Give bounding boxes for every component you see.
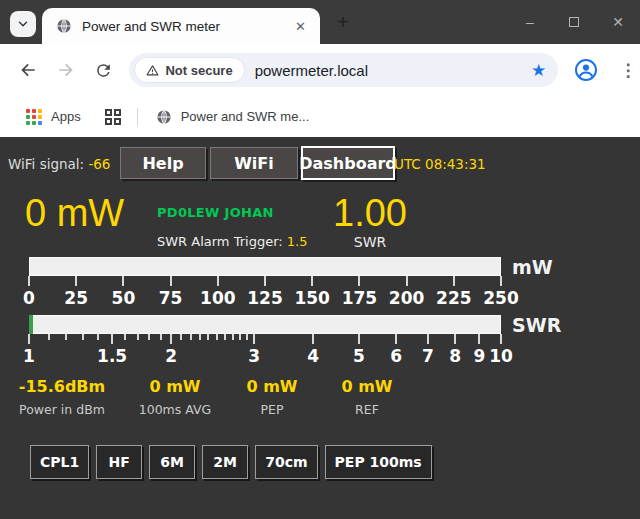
meter-scale-label: 75 <box>159 288 183 308</box>
meter-tick <box>48 334 50 340</box>
swr-value-display: 1.00 <box>330 194 410 232</box>
bookmark-star-icon[interactable]: ★ <box>531 62 546 79</box>
band-button-6m[interactable]: 6M <box>149 445 195 479</box>
meter-scale-label: 9 <box>473 346 485 366</box>
band-button-2m[interactable]: 2M <box>202 445 248 479</box>
squares-grid-icon[interactable] <box>105 109 121 125</box>
meter-tick <box>253 334 255 344</box>
browser-menu-button[interactable]: ⋮ <box>616 60 640 81</box>
address-bar[interactable]: Not secure powermeter.local ★ <box>129 53 558 87</box>
meter-tick <box>427 334 429 344</box>
band-button-cpl1[interactable]: CPL1 <box>30 445 89 479</box>
band-button-70cm[interactable]: 70cm <box>255 445 317 479</box>
meter-scale-label: 150 <box>294 288 330 308</box>
minimize-button[interactable]: – <box>508 0 552 44</box>
bookmarks-bar: Apps Power and SWR me... <box>0 96 640 137</box>
readout-label: REF <box>307 402 427 417</box>
maximize-icon <box>569 17 579 27</box>
profile-button[interactable] <box>574 58 598 82</box>
warning-triangle-icon <box>146 64 159 77</box>
utc-clock: UTC 08:43:31 <box>394 156 486 172</box>
power-meter: 0255075100125150175200225250 <box>29 257 501 308</box>
tab-close-icon[interactable]: ✕ <box>291 17 310 36</box>
page-content: WiFi signal: -66 Help WiFi Dashboard UTC… <box>0 137 640 519</box>
browser-tab[interactable]: Power and SWR meter ✕ <box>42 8 320 44</box>
globe-favicon-icon <box>56 18 72 34</box>
meter-scale-label: 25 <box>64 288 88 308</box>
swr-meter-fill <box>29 315 33 334</box>
meter-scale-label: 8 <box>449 346 461 366</box>
meter-scale-label: 50 <box>112 288 136 308</box>
bookmarks-divider <box>137 108 138 126</box>
bookmark-item[interactable]: Power and SWR me... <box>181 109 310 124</box>
meter-scale-label: 250 <box>483 288 519 308</box>
meter-tick <box>190 334 192 340</box>
meter-tick <box>478 334 480 344</box>
swr-alarm-value: 1.5 <box>287 234 308 249</box>
forward-button[interactable] <box>54 58 78 82</box>
help-button[interactable]: Help <box>120 147 206 179</box>
reload-button[interactable] <box>92 58 116 82</box>
chevron-down-icon <box>16 17 30 31</box>
meter-tick <box>453 276 455 286</box>
meter-scale-label: 10 <box>489 346 513 366</box>
meter-tick <box>239 334 241 340</box>
swr-meter-ticks <box>29 334 501 345</box>
bookmark-globe-icon <box>156 109 172 125</box>
security-chip-label: Not secure <box>165 63 232 78</box>
profile-icon <box>574 58 598 82</box>
new-tab-button[interactable]: + <box>330 10 356 36</box>
meter-scale-label: 225 <box>436 288 472 308</box>
browser-window: Power and SWR meter ✕ + – ✕ Not secure p… <box>0 0 640 519</box>
meter-tick <box>199 334 201 340</box>
maximize-button[interactable] <box>552 0 596 44</box>
band-button-hf[interactable]: HF <box>96 445 142 479</box>
dashboard-button[interactable]: Dashboard <box>301 146 395 180</box>
url-text[interactable]: powermeter.local <box>255 62 531 79</box>
meter-tick <box>216 334 218 340</box>
power-value-display: 0 mW <box>25 194 124 232</box>
meter-tick <box>97 334 99 340</box>
meter-tick <box>207 334 209 340</box>
swr-meter-scale: 11.52345678910 <box>29 346 501 366</box>
meter-scale-label: 3 <box>248 346 260 366</box>
swr-meter-bar <box>29 315 501 334</box>
readout-dbm: -15.6dBm Power in dBm <box>2 377 122 417</box>
meter-scale-label: 1.5 <box>97 346 127 366</box>
meter-tick <box>148 334 150 340</box>
meter-tick <box>217 276 219 286</box>
readout-label: Power in dBm <box>2 402 122 417</box>
meter-tick <box>122 276 124 286</box>
tab-search-button[interactable] <box>10 11 36 37</box>
meter-scale-label: 200 <box>389 288 425 308</box>
callsign: PD0LEW JOHAN <box>157 205 274 220</box>
tab-strip: Power and SWR meter ✕ + – ✕ <box>0 0 640 44</box>
meter-tick <box>180 334 182 340</box>
close-window-button[interactable]: ✕ <box>596 0 640 44</box>
meter-tick <box>264 276 266 286</box>
meter-tick <box>75 276 77 286</box>
apps-label[interactable]: Apps <box>51 109 81 124</box>
meter-tick <box>358 276 360 286</box>
meter-scale-label: 100 <box>200 288 236 308</box>
tab-title: Power and SWR meter <box>82 19 291 34</box>
apps-grid-icon[interactable] <box>26 109 42 125</box>
meter-tick <box>311 276 313 286</box>
meter-tick <box>28 276 30 286</box>
browser-toolbar: Not secure powermeter.local ★ ⋮ <box>0 44 640 96</box>
wifi-button[interactable]: WiFi <box>210 147 298 179</box>
meter-tick <box>82 334 84 340</box>
meter-tick <box>111 334 113 344</box>
wifi-signal-value: -66 <box>88 156 110 172</box>
meter-tick <box>224 334 226 340</box>
power-meter-bar <box>29 257 501 276</box>
security-chip[interactable]: Not secure <box>134 57 244 83</box>
readout-ref: 0 mW REF <box>307 377 427 417</box>
meter-tick <box>65 334 67 340</box>
meter-scale-label: 4 <box>307 346 319 366</box>
band-button-pep-100ms[interactable]: PEP 100ms <box>325 445 432 479</box>
meter-scale-label: 175 <box>342 288 378 308</box>
meter-tick <box>454 334 456 344</box>
band-button-row: CPL1HF6M2M70cmPEP 100ms <box>30 445 432 479</box>
back-button[interactable] <box>16 58 40 82</box>
